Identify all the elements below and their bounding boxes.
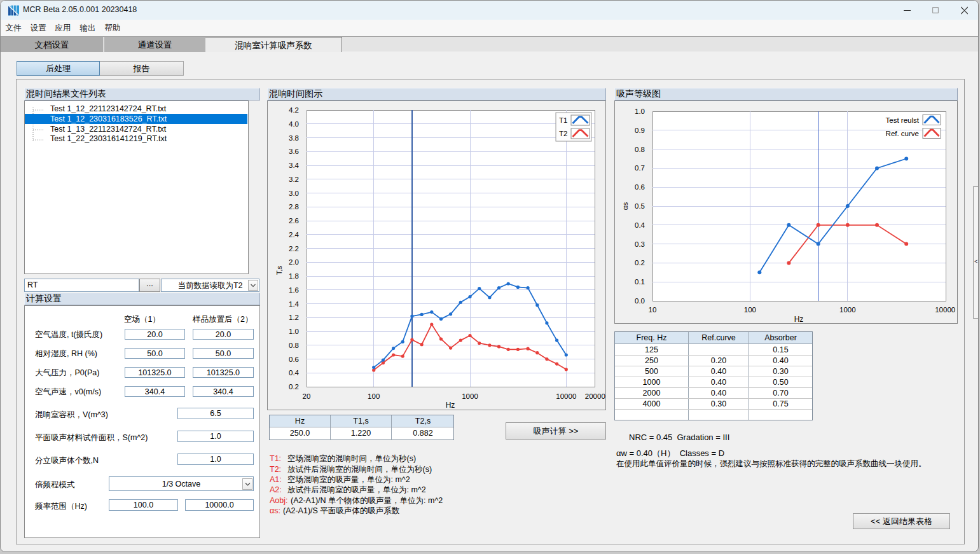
svg-text:3.8: 3.8 (289, 134, 299, 142)
svg-text:20: 20 (303, 392, 311, 400)
svg-text:1000: 1000 (462, 392, 478, 400)
svg-text:0.6: 0.6 (289, 356, 299, 363)
svg-text:Hz: Hz (446, 401, 455, 410)
svg-text:0.4: 0.4 (635, 221, 645, 229)
svg-text:T2: T2 (559, 130, 567, 137)
svg-text:1.8: 1.8 (289, 272, 299, 280)
svg-text:0.4: 0.4 (289, 369, 300, 377)
svg-text:10: 10 (649, 306, 657, 314)
svg-text:0.1: 0.1 (635, 278, 645, 286)
svg-text:100: 100 (744, 306, 756, 314)
svg-text:2.4: 2.4 (289, 231, 300, 239)
svg-text:0.6: 0.6 (635, 183, 645, 191)
svg-text:2.8: 2.8 (289, 203, 299, 211)
svg-text:0.3: 0.3 (635, 240, 645, 248)
svg-text:Hz: Hz (794, 315, 804, 324)
svg-text:0.2: 0.2 (289, 383, 299, 391)
svg-text:10000: 10000 (556, 392, 576, 400)
svg-text:10000: 10000 (935, 306, 955, 314)
svg-text:2.6: 2.6 (289, 217, 299, 225)
svg-text:3.6: 3.6 (289, 148, 299, 155)
svg-text:0.8: 0.8 (289, 342, 299, 349)
svg-text:3.2: 3.2 (289, 176, 299, 183)
svg-text:20000: 20000 (585, 392, 605, 400)
svg-text:3.4: 3.4 (289, 162, 300, 169)
svg-text:0.2: 0.2 (635, 259, 645, 267)
svg-text:100: 100 (368, 392, 380, 400)
svg-text:1.6: 1.6 (289, 286, 299, 294)
svg-text:T1: T1 (559, 116, 567, 124)
svg-text:1.2: 1.2 (289, 314, 299, 321)
svg-text:4.2: 4.2 (289, 106, 299, 114)
svg-text:1000: 1000 (839, 306, 856, 314)
svg-text:Ref. curve: Ref. curve (886, 130, 919, 137)
svg-text:0.9: 0.9 (635, 127, 645, 134)
svg-text:1.0: 1.0 (289, 328, 299, 335)
svg-text:0.0: 0.0 (635, 297, 645, 305)
svg-text:2.0: 2.0 (289, 258, 299, 266)
svg-text:2.2: 2.2 (289, 245, 299, 253)
svg-text:3.0: 3.0 (289, 190, 299, 197)
svg-text:0.7: 0.7 (635, 164, 645, 172)
svg-text:0.5: 0.5 (635, 202, 645, 210)
svg-text:αs: αs (621, 202, 629, 211)
svg-text:0.8: 0.8 (635, 146, 645, 153)
svg-text:1.0: 1.0 (635, 107, 645, 115)
svg-text:Test reulst: Test reulst (886, 116, 920, 124)
svg-text:4.0: 4.0 (289, 120, 299, 128)
svg-text:1.4: 1.4 (289, 300, 300, 308)
svg-text:T,s: T,s (275, 265, 283, 275)
